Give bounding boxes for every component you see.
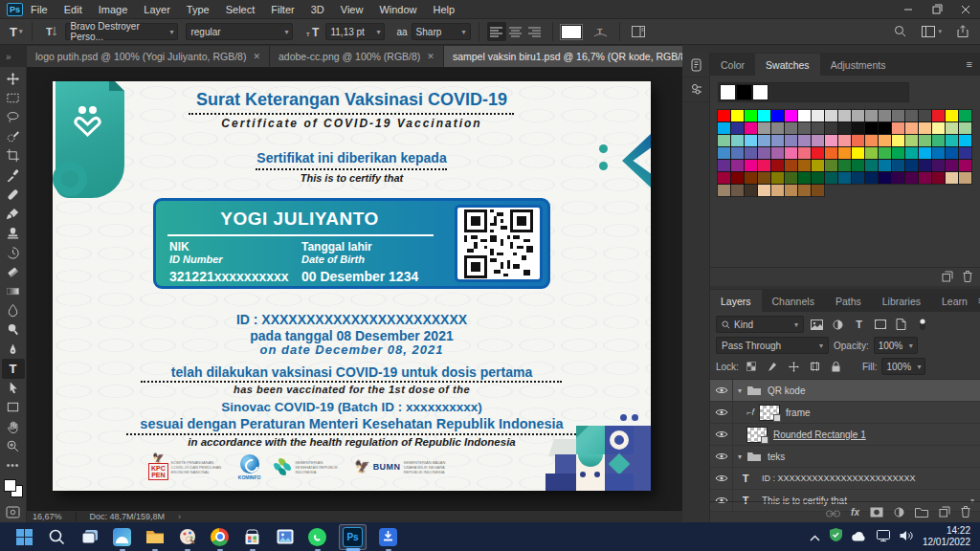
warp-text-icon[interactable]: T: [590, 22, 612, 41]
history-brush-tool[interactable]: [2, 243, 25, 262]
swatch[interactable]: [905, 110, 918, 121]
swatch[interactable]: [718, 122, 730, 134]
swatch[interactable]: [753, 85, 768, 99]
new-layer-icon[interactable]: [939, 504, 950, 521]
text-color-swatch[interactable]: [561, 25, 582, 39]
download-app-button[interactable]: [377, 526, 399, 548]
swatch[interactable]: [905, 147, 918, 159]
swatch[interactable]: [745, 172, 757, 184]
filter-smart-objects-icon[interactable]: [893, 317, 909, 333]
swatch[interactable]: [758, 185, 770, 196]
layer-thumbnail[interactable]: [759, 405, 780, 421]
layer-row-rounded-rectangle[interactable]: Rounded Rectangle 1: [710, 424, 980, 446]
swatch[interactable]: [718, 185, 730, 196]
swatch[interactable]: [798, 160, 811, 171]
widgets-button[interactable]: [111, 526, 133, 548]
layer-row-teks[interactable]: ▾ teks: [710, 446, 980, 468]
document-tab-2[interactable]: adobe-cc.png @ 100% (RGB/8)✕: [270, 46, 444, 67]
swatch[interactable]: [919, 122, 931, 134]
swatch[interactable]: [825, 160, 837, 171]
file-explorer-button[interactable]: [144, 526, 166, 548]
font-size-select[interactable]: 11,13 pt▾: [325, 23, 385, 40]
swatch[interactable]: [745, 135, 757, 146]
swatch[interactable]: [879, 110, 891, 121]
swatch[interactable]: [865, 135, 878, 146]
swatch[interactable]: [852, 135, 864, 146]
swatch[interactable]: [737, 85, 751, 99]
swatch[interactable]: [785, 185, 797, 196]
swatch[interactable]: [852, 147, 864, 159]
swatch[interactable]: [865, 160, 878, 171]
swatch[interactable]: [731, 122, 744, 134]
document-size[interactable]: Doc: 48,7M/159,8M: [90, 512, 166, 521]
shape-tool[interactable]: [2, 398, 25, 417]
swatch[interactable]: [785, 110, 797, 121]
swatch[interactable]: [905, 160, 918, 171]
lock-pixels-icon[interactable]: [765, 359, 781, 375]
new-group-icon[interactable]: [915, 504, 928, 521]
swatch[interactable]: [959, 122, 971, 134]
swatch[interactable]: [771, 135, 784, 146]
history-panel-icon[interactable]: [682, 53, 710, 77]
swatch[interactable]: [838, 147, 851, 159]
whatsapp-button[interactable]: [306, 526, 328, 548]
swatch[interactable]: [946, 172, 958, 184]
screen-mode-icon[interactable]: [2, 503, 25, 522]
swatch[interactable]: [758, 135, 770, 146]
swatch[interactable]: [785, 147, 797, 159]
swatch[interactable]: [879, 122, 891, 134]
zoom-tool[interactable]: [2, 436, 25, 455]
swatch[interactable]: [838, 160, 851, 171]
swatch[interactable]: [798, 147, 811, 159]
swatch[interactable]: [946, 160, 958, 171]
share-icon[interactable]: [957, 25, 969, 39]
link-layers-icon[interactable]: [826, 504, 840, 521]
filter-adjustment-layers-icon[interactable]: [830, 317, 846, 333]
start-button[interactable]: [13, 526, 35, 548]
taskbar-clock[interactable]: 14:22 12/01/2022: [923, 525, 970, 548]
lock-transparency-icon[interactable]: [744, 359, 760, 375]
network-icon[interactable]: [877, 528, 890, 545]
swatch[interactable]: [959, 135, 971, 146]
swatch[interactable]: [919, 147, 931, 159]
tab-layers[interactable]: Layers: [710, 290, 762, 312]
swatch[interactable]: [932, 110, 945, 121]
swatch[interactable]: [745, 147, 757, 159]
swatch[interactable]: [771, 160, 784, 171]
swatch[interactable]: [812, 147, 824, 159]
swatch[interactable]: [892, 122, 904, 134]
close-tab-icon[interactable]: ✕: [253, 52, 260, 61]
swatch[interactable]: [758, 110, 770, 121]
swatch[interactable]: [718, 135, 730, 146]
marquee-tool[interactable]: [2, 88, 25, 107]
swatch[interactable]: [879, 172, 891, 184]
anti-alias-select[interactable]: Sharp▾: [412, 23, 471, 40]
photoshop-taskbar-button-active[interactable]: Ps: [339, 524, 367, 550]
swatch[interactable]: [771, 172, 784, 184]
layer-thumbnail[interactable]: [746, 427, 768, 443]
swatch[interactable]: [838, 110, 851, 121]
expand-group-icon[interactable]: ▾: [733, 386, 746, 395]
visibility-toggle-icon[interactable]: [710, 402, 733, 423]
type-tool-preset[interactable]: T ▾: [6, 22, 26, 41]
swatch[interactable]: [959, 147, 971, 159]
swatch[interactable]: [731, 147, 744, 159]
font-family-select[interactable]: Bravo Destroyer Perso...▾: [65, 23, 178, 40]
swatch[interactable]: [865, 122, 878, 134]
zoom-level[interactable]: 16,67%: [33, 512, 62, 521]
lock-artboard-icon[interactable]: [807, 359, 823, 375]
status-chevron-icon[interactable]: ›: [178, 512, 181, 521]
layer-row-frame[interactable]: ⌐f frame: [710, 402, 980, 424]
swatch[interactable]: [785, 135, 797, 146]
swatch[interactable]: [785, 172, 797, 184]
lock-all-icon[interactable]: [828, 359, 844, 375]
swatch[interactable]: [785, 122, 797, 134]
dodge-tool[interactable]: [2, 320, 25, 340]
swatch[interactable]: [919, 172, 931, 184]
eyedropper-tool[interactable]: [2, 165, 25, 185]
properties-panel-icon[interactable]: [682, 77, 710, 102]
swatch[interactable]: [892, 135, 904, 146]
swatch[interactable]: [798, 172, 811, 184]
swatch[interactable]: [932, 122, 945, 134]
swatch[interactable]: [919, 160, 931, 171]
